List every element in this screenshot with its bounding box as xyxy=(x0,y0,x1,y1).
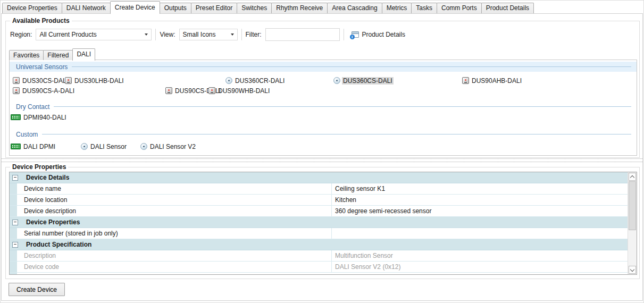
products-toolbar: Region: All Current Products View: Small… xyxy=(10,27,635,43)
toolbar-separator xyxy=(344,29,344,40)
property-value[interactable]: 360 degree semi-recessed sensor xyxy=(332,207,628,215)
pane-splitter[interactable] xyxy=(2,158,642,162)
property-grid: Device DetailsDevice nameCeiling sensor … xyxy=(9,172,637,275)
row-gutter xyxy=(10,228,17,239)
product-item-label: DUS30CS-DALI xyxy=(21,77,69,85)
toolbar-separator xyxy=(241,29,242,40)
property-label: Description xyxy=(17,250,332,261)
property-category-product-specification[interactable]: Product Specification xyxy=(10,239,628,250)
product-details-button[interactable]: Product Details xyxy=(348,29,409,40)
scrollbar-thumb[interactable] xyxy=(629,181,636,230)
group-rule xyxy=(72,66,631,67)
products-tab-favorites[interactable]: Favorites xyxy=(9,50,44,60)
sensor-square-icon xyxy=(165,87,172,94)
scrollbar-up-button[interactable] xyxy=(629,173,636,181)
product-item-label: DALI Sensor V2 xyxy=(149,143,197,150)
tab-comm-ports[interactable]: Comm Ports xyxy=(437,3,482,13)
sensor-round-icon xyxy=(140,143,147,150)
tab-switches[interactable]: Switches xyxy=(237,3,272,13)
view-selected-value: Small Icons xyxy=(183,31,216,38)
create-device-button[interactable]: Create Device xyxy=(9,283,65,296)
product-group-header-dry-contact: Dry Contact xyxy=(10,102,637,112)
product-group-title: Dry Contact xyxy=(16,103,49,111)
region-select[interactable]: All Current Products xyxy=(36,29,152,40)
property-row-device-description: Device description360 degree semi-recess… xyxy=(10,206,628,217)
row-gutter xyxy=(10,183,17,194)
collapse-icon[interactable] xyxy=(12,220,18,225)
product-group-header-custom: Custom xyxy=(10,129,637,139)
tab-outputs[interactable]: Outputs xyxy=(160,3,191,13)
chevron-up-icon xyxy=(630,175,634,179)
property-category-device-properties[interactable]: Device Properties xyxy=(10,217,628,228)
product-item-dus30cs-dali[interactable]: DUS30CS-DALI xyxy=(13,76,69,85)
tab-metrics[interactable]: Metrics xyxy=(382,3,412,13)
row-gutter xyxy=(10,206,17,216)
product-item-dus90cs-a-dali[interactable]: DUS90CS-A-DALI xyxy=(13,86,76,95)
property-value[interactable]: Kitchen xyxy=(332,196,628,204)
available-products-group: Available Products Region: All Current P… xyxy=(5,21,640,158)
products-tab-filtered[interactable]: Filtered xyxy=(43,50,73,60)
view-select[interactable]: Small Icons xyxy=(179,29,238,40)
product-item-dus30lhb-dali[interactable]: DUS30LHB-DALI xyxy=(65,76,125,85)
category-label: Device Properties xyxy=(26,218,80,226)
view-label: View: xyxy=(160,31,175,38)
toolbar-separator xyxy=(155,29,156,40)
sensor-square-icon xyxy=(65,77,72,84)
dpmi-icon xyxy=(11,144,21,149)
product-details-icon xyxy=(352,31,359,38)
row-gutter xyxy=(10,195,17,205)
property-value: DALI Sensor V2 (0x12) xyxy=(332,263,628,271)
tab-device-properties[interactable]: Device Properties xyxy=(2,3,62,13)
product-item-dali-sensor-v2[interactable]: DALI Sensor V2 xyxy=(140,142,197,151)
product-item-dus360cs-dali[interactable]: DUS360CS-DALI xyxy=(333,76,394,85)
chevron-down-icon xyxy=(145,33,148,36)
filter-label: Filter: xyxy=(246,31,262,38)
product-item-dali-sensor[interactable]: DALI Sensor xyxy=(81,142,128,151)
tab-rhythm-receive[interactable]: Rhythm Receive xyxy=(271,3,328,13)
row-gutter xyxy=(10,250,17,261)
collapse-icon[interactable] xyxy=(12,242,18,248)
chevron-down-icon xyxy=(231,33,234,36)
tab-area-cascading[interactable]: Area Cascading xyxy=(327,3,382,13)
tab-preset-editor[interactable]: Preset Editor xyxy=(191,3,237,13)
product-item-label: DUS360CR-DALI xyxy=(234,77,286,85)
product-item-label: DUS90CS-A-DALI xyxy=(21,87,76,95)
tab-tasks[interactable]: Tasks xyxy=(411,3,437,13)
group-rule xyxy=(42,134,631,134)
product-item-label: DUS360CS-DALI xyxy=(342,77,394,85)
create-device-window: Device PropertiesDALI NetworkCreate Devi… xyxy=(0,0,644,303)
property-label: Serial number (stored in job only) xyxy=(17,228,332,239)
property-row-serial-number-stored-in-job-only-: Serial number (stored in job only) xyxy=(10,228,628,239)
property-rows: Device DetailsDevice nameCeiling sensor … xyxy=(10,172,628,274)
scrollbar-down-button[interactable] xyxy=(629,266,636,274)
product-group-title: Custom xyxy=(16,131,38,138)
tab-create-device[interactable]: Create Device xyxy=(110,1,160,14)
property-value[interactable]: Ceiling sensor K1 xyxy=(332,185,628,192)
scrollbar[interactable] xyxy=(628,172,637,274)
sensor-round-icon xyxy=(225,77,232,84)
product-item-dus360cr-dali[interactable]: DUS360CR-DALI xyxy=(225,76,286,85)
product-item-dus90whb-dali[interactable]: DUS90WHB-DALI xyxy=(208,86,271,95)
tab-dali-network[interactable]: DALI Network xyxy=(62,3,111,13)
collapse-icon[interactable] xyxy=(12,175,18,181)
dpmi-icon xyxy=(11,114,21,120)
region-selected-value: All Current Products xyxy=(39,31,96,38)
product-item-label: DPMI940-DALI xyxy=(22,114,68,121)
property-category-device-details[interactable]: Device Details xyxy=(10,172,628,183)
product-item-dali-dpmi[interactable]: DALI DPMI xyxy=(11,142,56,151)
property-row-device-name: Device nameCeiling sensor K1 xyxy=(10,183,628,195)
main-tab-bar: Device PropertiesDALI NetworkCreate Devi… xyxy=(2,1,534,13)
category-label: Product Specification xyxy=(26,241,91,248)
products-tab-dali[interactable]: DALI xyxy=(72,48,95,61)
sensor-square-icon xyxy=(13,87,20,94)
filter-input[interactable] xyxy=(265,28,340,41)
tab-product-details[interactable]: Product Details xyxy=(481,3,534,13)
row-gutter xyxy=(10,262,17,272)
product-item-dpmi940-dali[interactable]: DPMI940-DALI xyxy=(11,113,68,122)
region-label: Region: xyxy=(10,31,32,38)
product-item-label: DALI DPMI xyxy=(22,143,56,150)
product-details-label: Product Details xyxy=(362,31,405,38)
available-products-title: Available Products xyxy=(10,17,72,24)
product-item-dus90ahb-dali[interactable]: DUS90AHB-DALI xyxy=(462,76,523,85)
product-list: Universal SensorsDUS30CS-DALIDUS30LHB-DA… xyxy=(9,60,637,156)
